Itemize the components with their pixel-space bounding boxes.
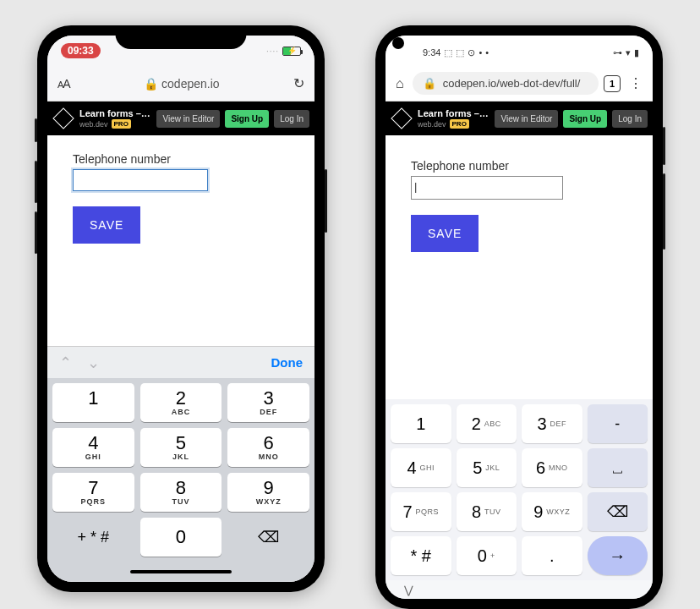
- keypad-key-6[interactable]: 6MNO: [522, 448, 582, 487]
- pro-badge: PRO: [112, 119, 131, 129]
- iphone-notch: [116, 25, 247, 49]
- keypad-key-9[interactable]: 9WXYZ: [522, 492, 582, 531]
- keypad-key-del[interactable]: ⌫: [227, 518, 309, 557]
- keypad-key-4[interactable]: 4GHI: [391, 448, 451, 487]
- keypad-key-7[interactable]: 7PQRS: [52, 473, 134, 512]
- nav-collapse-button[interactable]: ⋁: [404, 584, 413, 596]
- pen-author: web.dev: [79, 120, 108, 129]
- pen-title: Learn forms – virt...: [418, 108, 489, 118]
- status-icon: ⊙: [468, 47, 475, 58]
- battery-icon: ⚡: [282, 47, 301, 56]
- lock-icon: 🔒: [144, 77, 158, 91]
- next-field-button[interactable]: ⌄: [87, 354, 100, 372]
- keypad-key-3[interactable]: 3DEF: [522, 404, 582, 443]
- wifi-icon: ▾: [626, 47, 631, 58]
- status-icon: •: [485, 47, 489, 58]
- keypad-key-4[interactable]: 4GHI: [52, 428, 134, 467]
- ios-address-bar: AA 🔒 codepen.io ↻: [47, 66, 314, 102]
- keypad-key-0[interactable]: 0+: [457, 536, 517, 575]
- text-size-button[interactable]: AA: [57, 77, 70, 91]
- vpn-icon: ⊶: [613, 47, 622, 58]
- keypad-key-sym[interactable]: ⎵: [588, 448, 648, 487]
- url-display[interactable]: 🔒 codepen.io: [79, 77, 285, 91]
- view-editor-button[interactable]: View in Editor: [156, 110, 220, 128]
- page-content: Telephone number | SAVE: [386, 135, 653, 399]
- iphone-device: 09:33 ···· ⚡ AA 🔒 codepen.io ↻ Learn for…: [37, 25, 325, 592]
- keypad-key-1[interactable]: 1: [391, 404, 451, 443]
- ios-time-pill: 09:33: [61, 43, 101, 58]
- keypad-key-sym[interactable]: + * #: [52, 518, 134, 557]
- page-content: Telephone number SAVE: [47, 135, 314, 346]
- telephone-input[interactable]: [411, 176, 563, 200]
- keypad-key-8[interactable]: 8TUV: [140, 473, 222, 512]
- url-display[interactable]: 🔒 codepen.io/web-dot-dev/full/: [413, 72, 599, 95]
- lock-icon: 🔒: [423, 77, 436, 90]
- keypad-key-sym[interactable]: ⌫: [588, 492, 648, 531]
- keypad-key-5[interactable]: 5JKL: [140, 428, 222, 467]
- codepen-logo-icon: [391, 107, 412, 129]
- android-status-bar: 9:34 ⬚ ⬚ ⊙ • • ⊶ ▾ ▮: [386, 36, 653, 66]
- keypad-key-sym[interactable]: * #: [391, 536, 451, 575]
- save-button[interactable]: SAVE: [411, 215, 479, 252]
- tab-switcher-button[interactable]: 1: [604, 75, 621, 92]
- ios-keyboard-accessory: ⌃ ⌄ Done: [47, 346, 314, 378]
- android-device: 9:34 ⬚ ⬚ ⊙ • • ⊶ ▾ ▮ ⌂ 🔒 codepen.io/web-…: [375, 25, 663, 609]
- keypad-key-sym[interactable]: .: [522, 536, 582, 575]
- keypad-key-sym[interactable]: →: [588, 536, 648, 575]
- home-button[interactable]: ⌂: [392, 76, 407, 91]
- keypad-key-7[interactable]: 7PQRS: [391, 492, 451, 531]
- ios-number-keypad: 1 2ABC3DEF4GHI5JKL6MNO7PQRS8TUV9WXYZ+ * …: [47, 378, 314, 562]
- ios-home-indicator: [47, 562, 314, 582]
- codepen-header: Learn forms – virt... web.dev PRO View i…: [47, 102, 314, 135]
- keypad-key-sym[interactable]: -: [588, 404, 648, 443]
- status-icon: ⬚: [456, 47, 464, 58]
- keypad-key-9[interactable]: 9WXYZ: [227, 473, 309, 512]
- signal-dots-icon: ····: [266, 47, 279, 56]
- keypad-key-2[interactable]: 2ABC: [140, 383, 222, 422]
- keypad-key-zero[interactable]: 0: [140, 518, 222, 557]
- keypad-key-3[interactable]: 3DEF: [227, 383, 309, 422]
- keyboard-done-button[interactable]: Done: [271, 355, 304, 370]
- view-editor-button[interactable]: View in Editor: [495, 110, 558, 128]
- codepen-header: Learn forms – virt... web.dev PRO View i…: [386, 102, 653, 135]
- signup-button[interactable]: Sign Up: [563, 110, 607, 128]
- camera-punch-hole: [392, 37, 404, 49]
- keypad-key-1[interactable]: 1: [52, 383, 134, 422]
- telephone-input[interactable]: [73, 169, 208, 191]
- keypad-key-8[interactable]: 8TUV: [457, 492, 517, 531]
- keypad-key-5[interactable]: 5JKL: [457, 448, 517, 487]
- keypad-key-6[interactable]: 6MNO: [227, 428, 309, 467]
- telephone-label: Telephone number: [73, 152, 289, 166]
- android-number-keypad: 12ABC3DEF-4GHI5JKL6MNO⎵7PQRS8TUV9WXYZ⌫* …: [386, 399, 653, 580]
- pen-title: Learn forms – virt...: [79, 108, 151, 118]
- status-icon: ⬚: [444, 47, 452, 58]
- signup-button[interactable]: Sign Up: [225, 110, 269, 128]
- menu-button[interactable]: ⋮: [626, 75, 646, 91]
- login-button[interactable]: Log In: [612, 110, 648, 128]
- reload-button[interactable]: ↻: [293, 75, 304, 91]
- pen-author: web.dev: [418, 120, 446, 129]
- keypad-key-2[interactable]: 2ABC: [457, 404, 517, 443]
- battery-icon: ▮: [634, 47, 639, 58]
- input-cursor: |: [414, 180, 417, 193]
- telephone-label: Telephone number: [411, 159, 627, 173]
- android-time: 9:34: [423, 47, 440, 58]
- save-button[interactable]: SAVE: [73, 206, 140, 244]
- android-address-bar: ⌂ 🔒 codepen.io/web-dot-dev/full/ 1 ⋮: [386, 66, 653, 102]
- status-icon: •: [479, 47, 482, 58]
- prev-field-button[interactable]: ⌃: [59, 354, 72, 372]
- codepen-logo-icon: [52, 107, 74, 129]
- android-nav-bar: ⋁: [386, 580, 653, 599]
- login-button[interactable]: Log In: [274, 110, 309, 128]
- pro-badge: PRO: [450, 119, 469, 129]
